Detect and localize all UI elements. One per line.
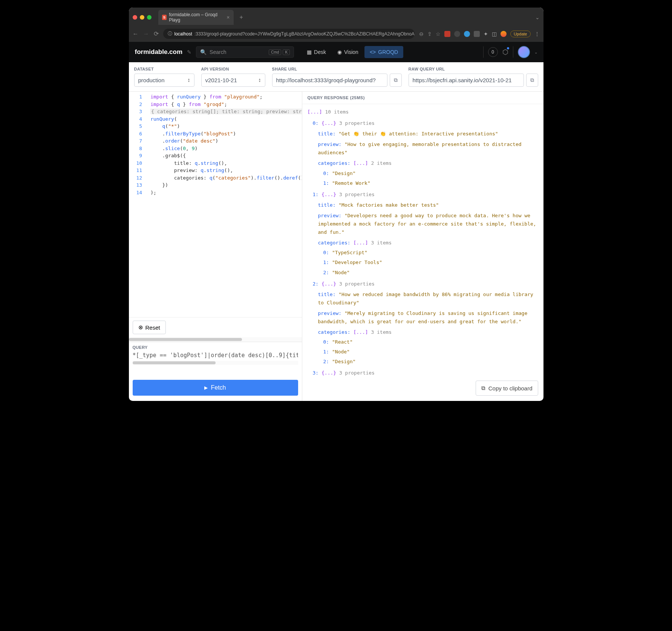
code-editor[interactable]: 1234567891011121314 import { runQuery } …: [129, 92, 302, 317]
copy-icon: ⧉: [481, 385, 485, 391]
url-host: localhost: [175, 31, 192, 37]
update-button[interactable]: Update: [510, 31, 530, 37]
window-controls: [133, 15, 152, 20]
bookmark-icon[interactable]: ☆: [436, 31, 441, 37]
response-header: QUERY RESPONSE (25MS): [302, 92, 543, 104]
user-avatar[interactable]: [518, 46, 530, 58]
api-version-select[interactable]: v2021-10-21 ▲▼: [201, 74, 265, 87]
editor-pane: 1234567891011121314 import { runQuery } …: [129, 92, 302, 401]
extension-icon[interactable]: [474, 31, 480, 37]
search-icon: 🔍: [200, 49, 207, 55]
copy-to-clipboard-button[interactable]: ⧉ Copy to clipboard: [476, 381, 538, 396]
raw-query-url-label: RAW QUERY URL: [409, 67, 538, 71]
eye-icon: ◉: [337, 49, 342, 55]
share-url-field[interactable]: http://localhost:3333/groqd-playground?: [272, 74, 387, 87]
kbd-cmd: Cmd: [269, 49, 281, 55]
reset-button[interactable]: ⊗ Reset: [133, 321, 166, 334]
raw-query-url-field[interactable]: https://bsjecfri.api.sanity.io/v2021-10-…: [409, 74, 524, 87]
maximize-window[interactable]: [147, 15, 152, 20]
extension-icon[interactable]: [444, 31, 450, 37]
play-icon: ▶: [204, 385, 208, 390]
stepper-icon: ▲▼: [259, 78, 261, 83]
chevron-down-icon[interactable]: ⌄: [534, 50, 537, 54]
minimize-window[interactable]: [140, 15, 144, 20]
query-scrollbar[interactable]: [133, 361, 298, 365]
dataset-label: DATASET: [134, 67, 194, 71]
share-url-label: SHARE URL: [272, 67, 402, 71]
count-badge[interactable]: 0: [488, 47, 498, 57]
profile-icon[interactable]: [501, 31, 507, 37]
tab-desk[interactable]: ▦ Desk: [302, 46, 331, 58]
dataset-select[interactable]: production ▲▼: [134, 74, 194, 87]
package-icon[interactable]: ⬡: [502, 48, 508, 56]
copy-icon: ⧉: [530, 77, 534, 83]
response-pane: QUERY RESPONSE (25MS) [...] 10 items0: {…: [302, 92, 543, 401]
search-input[interactable]: 🔍 Search Cmd K: [196, 46, 294, 58]
query-text: *[_type == 'blogPost']|order(date desc)[…: [133, 352, 298, 359]
response-body[interactable]: [...] 10 items0: {...} 3 propertiestitle…: [302, 104, 543, 401]
brand-title: formidable.com: [135, 48, 183, 56]
edit-icon[interactable]: ✎: [187, 49, 191, 55]
extensions-menu-icon[interactable]: ◫: [492, 31, 497, 37]
copy-raw-url-button[interactable]: ⧉: [526, 74, 538, 87]
favicon-icon: S: [162, 15, 167, 20]
code-content[interactable]: import { runQuery } from "playground"; i…: [147, 92, 302, 317]
search-placeholder: Search: [210, 49, 226, 55]
extension-icon[interactable]: [454, 31, 460, 37]
url-bar[interactable]: ⓘ localhost:3333/groqd-playground?code=J…: [163, 29, 415, 39]
chevron-down-icon[interactable]: ⌄: [535, 14, 540, 20]
tab-groqd[interactable]: <> GROQD: [364, 46, 403, 58]
api-version-label: API VERSION: [201, 67, 265, 71]
forward-button[interactable]: →: [143, 31, 149, 37]
reset-icon: ⊗: [138, 324, 143, 331]
new-tab-button[interactable]: +: [237, 14, 246, 21]
close-window[interactable]: [133, 15, 137, 20]
extensions-icon[interactable]: ✦: [484, 31, 488, 37]
code-icon: <>: [370, 49, 376, 55]
fetch-button[interactable]: ▶ Fetch: [133, 380, 298, 396]
copy-icon: ⧉: [394, 77, 398, 83]
browser-tab[interactable]: S formidable.com – Groqd Playg ×: [158, 10, 234, 25]
horizontal-scrollbar[interactable]: [129, 337, 302, 342]
reload-button[interactable]: ⟳: [154, 30, 159, 37]
desk-icon: ▦: [307, 49, 312, 55]
close-tab-icon[interactable]: ×: [227, 14, 230, 20]
zoom-icon[interactable]: ⊖: [419, 31, 424, 37]
kbd-k: K: [283, 49, 290, 55]
app-header: formidable.com ✎ 🔍 Search Cmd K ▦ Desk ◉…: [129, 42, 543, 62]
tab-vision[interactable]: ◉ Vision: [332, 46, 364, 58]
tab-title: formidable.com – Groqd Playg: [169, 12, 224, 23]
share-icon[interactable]: ⇪: [427, 31, 432, 37]
browser-chrome: S formidable.com – Groqd Playg × + ⌄ ← →…: [129, 8, 543, 42]
extension-icon[interactable]: [464, 31, 470, 37]
copy-share-url-button[interactable]: ⧉: [390, 74, 402, 87]
stepper-icon: ▲▼: [188, 78, 190, 83]
url-path: :3333/groqd-playground?code=JYWwDg9gTgLg…: [194, 31, 415, 37]
query-label: QUERY: [133, 345, 298, 350]
config-bar: DATASET production ▲▼ API VERSION v2021-…: [129, 62, 543, 92]
line-gutter: 1234567891011121314: [129, 92, 148, 317]
back-button[interactable]: ←: [133, 31, 139, 37]
menu-icon[interactable]: ⋮: [534, 31, 540, 37]
info-icon: ⓘ: [168, 31, 172, 37]
